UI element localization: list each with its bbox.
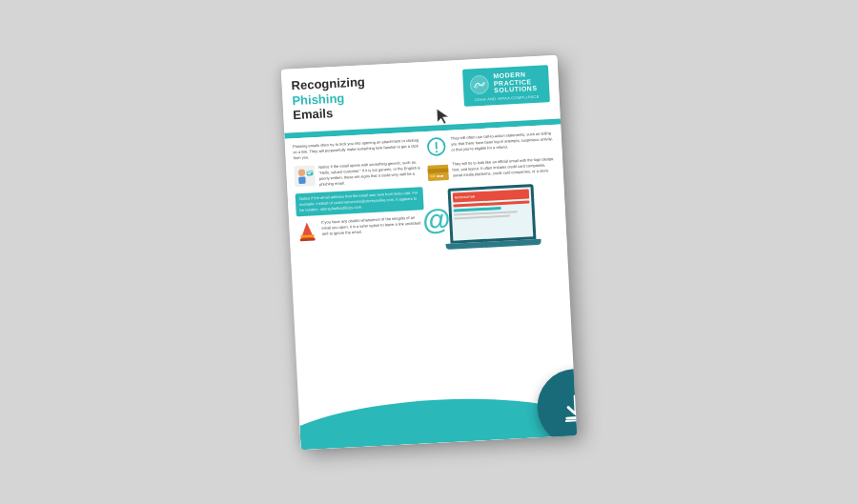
logo-icon — [468, 72, 490, 94]
block3-text: If you have any doubts whatsoever of the… — [321, 213, 425, 236]
screen-content: NOTIFICATION — [451, 187, 534, 240]
svg-rect-11 — [436, 141, 438, 149]
block1-text: Notice if the email opens with something… — [318, 159, 422, 188]
exclamation-icon — [426, 135, 448, 157]
at-symbol: @ — [421, 202, 451, 235]
logo-top-row: MODERN PRACTICE SOLUTIONS — [468, 70, 543, 95]
document-card: Recognizing Phishing Emails MODERN PRACT… — [281, 54, 578, 450]
two-col-layout: Phishing emails often try to trick you i… — [293, 130, 560, 256]
doc-content: Phishing emails often try to trick you i… — [285, 124, 567, 263]
doc-footer — [298, 383, 577, 450]
screen-header-bar: NOTIFICATION — [453, 189, 529, 202]
doc-title-block: Recognizing Phishing Emails — [291, 70, 459, 123]
info-block-3: If you have any doubts whatsoever of the… — [296, 213, 425, 241]
info-block-1: Notice if the email opens with something… — [294, 159, 422, 189]
svg-rect-3 — [298, 176, 306, 184]
info-block-right1: They will often use call-to-action state… — [426, 130, 555, 157]
laptop-illustration: @ NOTIFICATION — [429, 182, 560, 250]
block2-text: Notice if the email address that the ema… — [299, 190, 420, 213]
cone-icon — [296, 219, 318, 241]
teal-box-2: Notice if the email address that the ema… — [296, 187, 424, 216]
screen-line-2 — [454, 206, 501, 212]
company-logo: MODERN PRACTICE SOLUTIONS OSHA AND HIPAA… — [462, 65, 550, 107]
cursor-icon-area — [435, 106, 451, 130]
screen-header-text: NOTIFICATION — [455, 194, 475, 199]
person-icon — [294, 164, 316, 186]
col-right: They will often use call-to-action state… — [426, 130, 560, 250]
intro-text: Phishing emails often try to trick you i… — [293, 137, 421, 161]
svg-point-12 — [436, 150, 438, 151]
right-block1-text: They will often use call-to-action state… — [451, 130, 555, 152]
info-block-right2: They will try to look like an official e… — [427, 155, 556, 183]
download-icon — [557, 388, 578, 426]
logo-text-block: MODERN PRACTICE SOLUTIONS — [493, 70, 537, 93]
laptop-screen: NOTIFICATION — [448, 183, 537, 243]
svg-point-18 — [298, 391, 577, 450]
doc-header: Recognizing Phishing Emails MODERN PRACT… — [281, 54, 561, 129]
footer-wave-svg — [298, 383, 577, 450]
col-left: Phishing emails often try to trick you i… — [293, 137, 426, 257]
credit-card-icon — [427, 161, 449, 183]
logo-line3: SOLUTIONS — [494, 85, 538, 94]
page-wrapper: Recognizing Phishing Emails MODERN PRACT… — [0, 0, 858, 504]
cursor-icon — [435, 106, 451, 126]
right-block2-text: They will try to look like an official e… — [452, 155, 556, 178]
